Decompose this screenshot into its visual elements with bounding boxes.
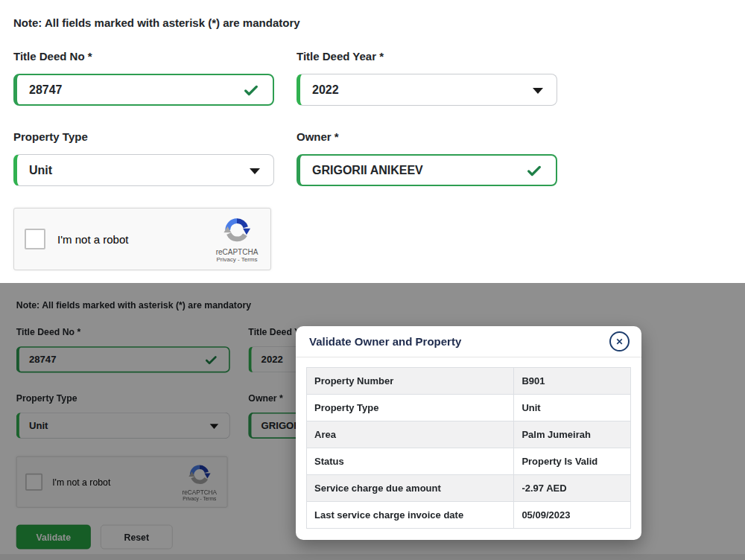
table-row: Property Type Unit — [307, 395, 631, 421]
title-deed-no-label: Title Deed No * — [13, 50, 274, 63]
check-icon — [243, 82, 259, 98]
row-label: Service charge due amount — [307, 475, 514, 502]
row-value: Unit — [514, 395, 631, 421]
property-type-label: Property Type — [13, 130, 274, 143]
modal-title: Validate Owner and Property — [309, 335, 461, 348]
row-value: 05/09/2023 — [514, 502, 631, 529]
recaptcha-branding: reCAPTCHA Privacy - Terms — [211, 216, 263, 263]
recaptcha-widget: I'm not a robot reCAPTCHA Privacy - Term… — [13, 208, 271, 270]
property-type-select[interactable]: Unit — [13, 154, 274, 186]
modal-body: Property Number B901 Property Type Unit … — [296, 357, 641, 541]
field-title-deed-no: Title Deed No * 28747 — [13, 50, 274, 106]
title-deed-year-select[interactable]: 2022 — [297, 74, 557, 106]
recaptcha-privacy-terms-links[interactable]: Privacy - Terms — [211, 256, 263, 263]
row-label: Last service charge invoice date — [307, 502, 514, 529]
owner-input[interactable]: GRIGORII ANIKEEV — [297, 154, 557, 186]
form-grid: Title Deed No * 28747 Title Deed Year * … — [13, 50, 732, 186]
title-deed-no-value: 28747 — [29, 83, 63, 97]
title-deed-no-input[interactable]: 28747 — [13, 74, 274, 106]
chevron-down-icon — [533, 88, 543, 94]
close-icon[interactable]: ✕ — [609, 331, 630, 351]
form-section-dimmed: Note: All fields marked with asterisk (*… — [0, 283, 745, 560]
owner-label: Owner * — [297, 130, 557, 143]
table-row: Service charge due amount -2.97 AED — [307, 475, 631, 502]
row-label: Property Number — [307, 368, 514, 395]
table-row: Property Number B901 — [307, 368, 631, 395]
row-value: B901 — [514, 368, 631, 395]
field-property-type: Property Type Unit — [13, 130, 274, 186]
recaptcha-checkbox[interactable] — [25, 229, 45, 249]
recaptcha-label: I'm not a robot — [57, 233, 128, 246]
check-icon — [526, 162, 542, 179]
chevron-down-icon — [250, 168, 260, 174]
table-row: Last service charge invoice date 05/09/2… — [307, 502, 631, 529]
row-label: Area — [307, 421, 514, 448]
validate-result-modal: Validate Owner and Property ✕ Property N… — [296, 326, 641, 540]
row-value: -2.97 AED — [514, 475, 631, 502]
form-section-normal: Note: All fields marked with asterisk (*… — [0, 0, 745, 283]
row-value: Property Is Valid — [514, 448, 631, 475]
table-row: Status Property Is Valid — [307, 448, 631, 475]
mandatory-note: Note: All fields marked with asterisk (*… — [13, 16, 732, 29]
row-label: Status — [307, 448, 514, 475]
property-details-table: Property Number B901 Property Type Unit … — [306, 367, 631, 529]
title-deed-year-value: 2022 — [312, 83, 339, 97]
modal-header: Validate Owner and Property ✕ — [296, 326, 641, 357]
recaptcha-brand-text: reCAPTCHA — [211, 248, 263, 256]
field-title-deed-year: Title Deed Year * 2022 — [297, 50, 557, 106]
row-label: Property Type — [307, 395, 514, 421]
title-deed-year-label: Title Deed Year * — [297, 50, 557, 63]
row-value: Palm Jumeirah — [514, 421, 631, 448]
property-validation-form: Note: All fields marked with asterisk (*… — [0, 0, 745, 283]
recaptcha-logo-icon — [223, 216, 251, 244]
owner-value: GRIGORII ANIKEEV — [312, 164, 423, 177]
property-type-value: Unit — [29, 164, 52, 177]
field-owner: Owner * GRIGORII ANIKEEV — [297, 130, 557, 186]
table-row: Area Palm Jumeirah — [307, 421, 631, 448]
